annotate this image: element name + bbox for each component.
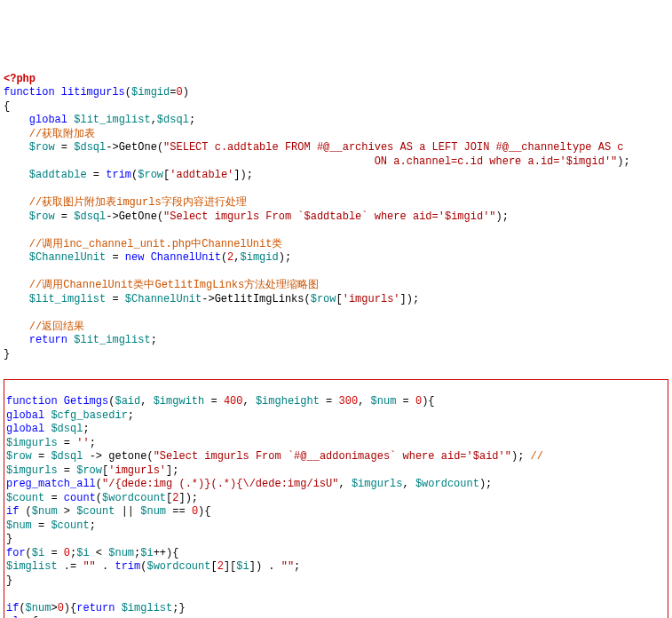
code-block-bottom: function Getimgs($aid, $imgwith = 400, $… xyxy=(4,379,668,619)
comment: //获取图片附加表imgurls字段内容进行处理 xyxy=(29,196,247,209)
fn-getimgs: Getimgs xyxy=(64,395,108,408)
kw-function: function xyxy=(6,395,58,408)
fn-litimgurls: litimgurls xyxy=(61,86,125,99)
php-open-tag: <?php xyxy=(4,73,36,85)
comment: //获取附加表 xyxy=(29,128,95,140)
kw-function: function xyxy=(4,86,55,99)
code-block-top: <?php function litimgurls($imgid=0) { gl… xyxy=(4,59,668,361)
comment: //返回结果 xyxy=(29,321,84,333)
comment: //调用ChannelUnit类中GetlitImgLinks方法处理缩略图 xyxy=(29,279,319,291)
comment: //调用inc_channel_unit.php中ChannelUnit类 xyxy=(29,238,283,250)
